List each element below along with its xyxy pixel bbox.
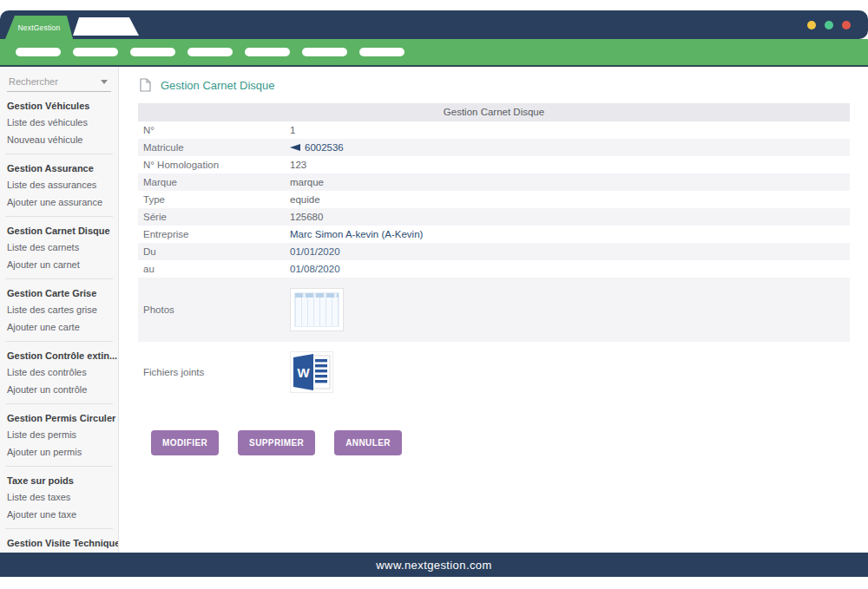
sidebar-section-carte-grise: Gestion Carte Grise bbox=[0, 285, 118, 301]
table-row-entreprise: Entreprise Marc Simon A-kevin (A-Kevin) bbox=[138, 226, 850, 243]
window-dot-yellow[interactable] bbox=[807, 21, 816, 29]
sidebar-divider bbox=[5, 341, 113, 342]
word-file-icon: W bbox=[292, 353, 332, 391]
menu-pill-6[interactable] bbox=[302, 48, 347, 56]
sidebar-divider bbox=[5, 403, 113, 404]
entreprise-link[interactable]: Marc Simon A-kevin (A-Kevin) bbox=[290, 229, 423, 239]
photo-thumbnail[interactable] bbox=[290, 288, 344, 331]
page-title: Gestion Carnet Disque bbox=[161, 79, 275, 92]
menu-pill-4[interactable] bbox=[187, 48, 233, 56]
browser-tab-nextgestion[interactable]: NextGestion bbox=[5, 16, 73, 39]
table-row-numero: N° 1 bbox=[138, 121, 850, 139]
window-dot-green[interactable] bbox=[825, 21, 833, 29]
menu-pill-2[interactable] bbox=[73, 48, 118, 56]
menu-pill-7[interactable] bbox=[359, 48, 404, 56]
sidebar-divider bbox=[5, 466, 113, 467]
table-row-fichiers-joints: Fichiers joints bbox=[138, 342, 850, 402]
sidebar-divider bbox=[5, 154, 113, 154]
sidebar-item-liste-visites[interactable]: Liste des visites techniqu... bbox=[0, 551, 118, 553]
sidebar-item-liste-assurances[interactable]: Liste des assurances bbox=[0, 176, 118, 193]
table-row-photos: Photos bbox=[138, 278, 850, 342]
sidebar-section-controle-extincteur: Gestion Contrôle extin... bbox=[0, 347, 118, 363]
action-buttons: MODIFIER SUPPRIMER ANNULER bbox=[151, 430, 851, 455]
content-area: Gestion Carnet Disque Gestion Carnet Dis… bbox=[119, 67, 868, 553]
caret-down-icon bbox=[101, 80, 108, 84]
main-menu-bar bbox=[0, 39, 868, 67]
table-row-matricule: Matricule 6002536 bbox=[138, 139, 850, 156]
search-placeholder: Rechercher bbox=[9, 76, 58, 87]
table-row-marque: Marque marque bbox=[138, 173, 850, 191]
svg-text:W: W bbox=[297, 365, 310, 380]
table-header: Gestion Carnet Disque bbox=[138, 103, 850, 121]
sidebar-item-liste-taxes[interactable]: Liste des taxes bbox=[0, 488, 118, 506]
sidebar-item-ajouter-assurance[interactable]: Ajouter une assurance bbox=[0, 193, 118, 211]
browser-title-bar: NextGestion bbox=[0, 10, 868, 39]
sidebar-section-taxe-poids: Taxe sur poids bbox=[0, 472, 118, 488]
sidebar-section-permis-circuler: Gestion Permis Circuler bbox=[0, 409, 118, 426]
sidebar-section-carnet-disque: Gestion Carnet Disque bbox=[0, 222, 118, 239]
sidebar-item-ajouter-taxe[interactable]: Ajouter une taxe bbox=[0, 506, 118, 523]
window-dot-red[interactable] bbox=[842, 21, 851, 29]
sidebar: Rechercher Gestion Véhicules Liste des v… bbox=[0, 67, 119, 553]
annuler-button[interactable]: ANNULER bbox=[334, 430, 402, 455]
menu-pill-5[interactable] bbox=[245, 48, 290, 56]
sidebar-item-liste-carnets[interactable]: Liste des carnets bbox=[0, 239, 118, 256]
search-select[interactable]: Rechercher bbox=[7, 75, 111, 92]
sidebar-divider bbox=[5, 278, 113, 279]
window-controls bbox=[807, 21, 851, 29]
table-row-type: Type equide bbox=[138, 191, 850, 208]
sidebar-section-vehicules: Gestion Véhicules bbox=[0, 97, 118, 114]
matricule-link[interactable]: 6002536 bbox=[290, 142, 344, 153]
attached-file[interactable]: W bbox=[290, 351, 333, 393]
sidebar-item-liste-permis[interactable]: Liste des permis bbox=[0, 426, 118, 443]
table-row-serie: Série 125680 bbox=[138, 208, 850, 226]
sidebar-item-ajouter-carnet[interactable]: Ajouter un carnet bbox=[0, 256, 118, 273]
sidebar-item-liste-controles[interactable]: Liste des contrôles bbox=[0, 363, 118, 381]
browser-tab-blank[interactable] bbox=[73, 17, 139, 36]
sidebar-item-ajouter-carte[interactable]: Ajouter une carte bbox=[0, 318, 118, 336]
footer-bar: www.nextgestion.com bbox=[0, 553, 868, 577]
document-icon bbox=[140, 78, 151, 92]
supprimer-button[interactable]: SUPPRIMER bbox=[238, 430, 315, 455]
sidebar-section-visite-technique: Gestion Visite Technique bbox=[0, 534, 118, 551]
table-row-du: Du 01/01/2020 bbox=[138, 243, 850, 260]
brand-label: NextGestion bbox=[18, 23, 61, 32]
photo-thumbnail-image bbox=[294, 292, 339, 327]
sidebar-item-ajouter-permis[interactable]: Ajouter un permis bbox=[0, 443, 118, 461]
sidebar-item-liste-vehicules[interactable]: Liste des véhicules bbox=[0, 114, 118, 131]
sidebar-item-nouveau-vehicule[interactable]: Nouveau véhicule bbox=[0, 131, 118, 148]
table-row-au: au 01/08/2020 bbox=[138, 260, 850, 278]
detail-table: Gestion Carnet Disque N° 1 Matricule 600… bbox=[138, 103, 850, 402]
sidebar-item-ajouter-controle[interactable]: Ajouter un contrôle bbox=[0, 381, 118, 398]
sidebar-divider bbox=[5, 528, 113, 529]
flag-icon bbox=[290, 143, 300, 152]
menu-pill-3[interactable] bbox=[130, 48, 175, 56]
footer-url: www.nextgestion.com bbox=[376, 559, 491, 572]
sidebar-divider bbox=[5, 216, 113, 217]
app-window: NextGestion Rechercher Gestion Véhicules… bbox=[0, 10, 868, 589]
menu-pill-1[interactable] bbox=[16, 48, 61, 56]
modifier-button[interactable]: MODIFIER bbox=[151, 430, 219, 455]
sidebar-item-liste-cartes-grise[interactable]: Liste des cartes grise bbox=[0, 301, 118, 318]
table-row-homologation: N° Homologation 123 bbox=[138, 156, 850, 173]
sidebar-section-assurance: Gestion Assurance bbox=[0, 160, 118, 176]
